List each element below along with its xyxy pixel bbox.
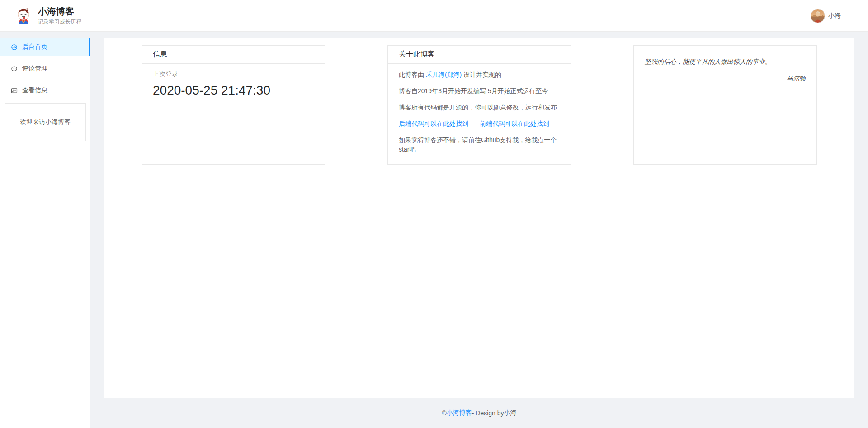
about-line-author: 此博客由 禾几海(郑海) 设计并实现的 xyxy=(399,70,560,80)
dashboard-icon xyxy=(11,44,18,51)
welcome-text: 欢迎来访小海博客 xyxy=(20,118,71,126)
idcard-icon xyxy=(11,87,18,94)
sidebar-item-label: 查看信息 xyxy=(22,86,47,95)
about-card-body: 此博客由 禾几海(郑海) 设计并实现的 博客自2019年3月开始开发编写 5月开… xyxy=(388,64,571,167)
last-login-value: 2020-05-25 21:47:30 xyxy=(153,82,314,99)
main-area: 信息 上次登录 2020-05-25 21:47:30 关于此博客 此博客由 禾… xyxy=(104,38,854,428)
message-icon xyxy=(11,66,18,72)
sidebar-item-label: 后台首页 xyxy=(22,43,47,51)
user-avatar[interactable] xyxy=(811,9,825,23)
sidebar: 后台首页 评论管理 查看信息 欢迎来访小海博客 xyxy=(0,38,90,428)
sidebar-item-view-info[interactable]: 查看信息 xyxy=(0,81,90,100)
sidebar-item-comments[interactable]: 评论管理 xyxy=(0,60,90,78)
page-footer: © 小海博客 - Design by 小海 xyxy=(104,398,854,428)
frontend-code-link[interactable]: 前端代码可以在此处找到 xyxy=(480,120,549,127)
about-line1-suffix: 设计并实现的 xyxy=(462,71,501,78)
about-line-opensource: 博客所有代码都是开源的，你可以随意修改，运行和发布 xyxy=(399,103,560,112)
backend-code-link[interactable]: 后端代码可以在此处找到 xyxy=(399,120,468,127)
about-line-links: 后端代码可以在此处找到前端代码可以在此处找到 xyxy=(399,119,560,128)
info-card: 信息 上次登录 2020-05-25 21:47:30 xyxy=(142,45,325,165)
brand[interactable]: 小海博客 记录学习成长历程 xyxy=(14,6,81,26)
quote-card: 坚强的信心，能使平凡的人做出惊人的事业。 ——马尔顿 xyxy=(633,45,817,165)
last-login-label: 上次登录 xyxy=(153,70,314,78)
welcome-box: 欢迎来访小海博客 xyxy=(5,103,86,141)
app-title: 小海博客 xyxy=(38,6,81,17)
brand-text: 小海博客 记录学习成长历程 xyxy=(38,6,81,26)
about-line-star: 如果觉得博客还不错，请前往Github支持我，给我点一个star吧 xyxy=(399,135,560,154)
app-header: 小海博客 记录学习成长历程 xyxy=(0,0,868,32)
info-card-body: 上次登录 2020-05-25 21:47:30 xyxy=(142,64,325,105)
author-link[interactable]: 禾几海(郑海) xyxy=(426,71,462,78)
about-line-history: 博客自2019年3月开始开发编写 5月开始正式运行至今 xyxy=(399,86,560,96)
footer-designer: 小海 xyxy=(504,409,517,417)
vertical-divider xyxy=(474,121,474,127)
quote-card-body: 坚强的信心，能使平凡的人做出惊人的事业。 ——马尔顿 xyxy=(634,46,816,94)
footer-middle: - Design by xyxy=(472,409,504,417)
app-subtitle: 记录学习成长历程 xyxy=(38,18,81,26)
footer-copyright: © xyxy=(442,409,446,417)
user-name[interactable]: 小海 xyxy=(828,12,841,20)
quote-text: 坚强的信心，能使平凡的人做出惊人的事业。 xyxy=(645,57,806,67)
content-panel: 信息 上次登录 2020-05-25 21:47:30 关于此博客 此博客由 禾… xyxy=(104,38,854,398)
layout: 后台首页 评论管理 查看信息 欢迎来访小海博客 xyxy=(0,38,868,428)
blog-logo-icon xyxy=(14,7,33,25)
about-card-title: 关于此博客 xyxy=(388,46,571,64)
user-menu[interactable]: 小海 xyxy=(811,9,841,23)
info-card-title: 信息 xyxy=(142,46,325,64)
footer-blog-link[interactable]: 小海博客 xyxy=(447,409,472,417)
sidebar-item-dashboard[interactable]: 后台首页 xyxy=(0,38,90,56)
quote-author: ——马尔顿 xyxy=(645,73,806,83)
sidebar-item-label: 评论管理 xyxy=(22,65,47,73)
about-line1-prefix: 此博客由 xyxy=(399,71,426,78)
about-card: 关于此博客 此博客由 禾几海(郑海) 设计并实现的 博客自2019年3月开始开发… xyxy=(387,45,571,165)
